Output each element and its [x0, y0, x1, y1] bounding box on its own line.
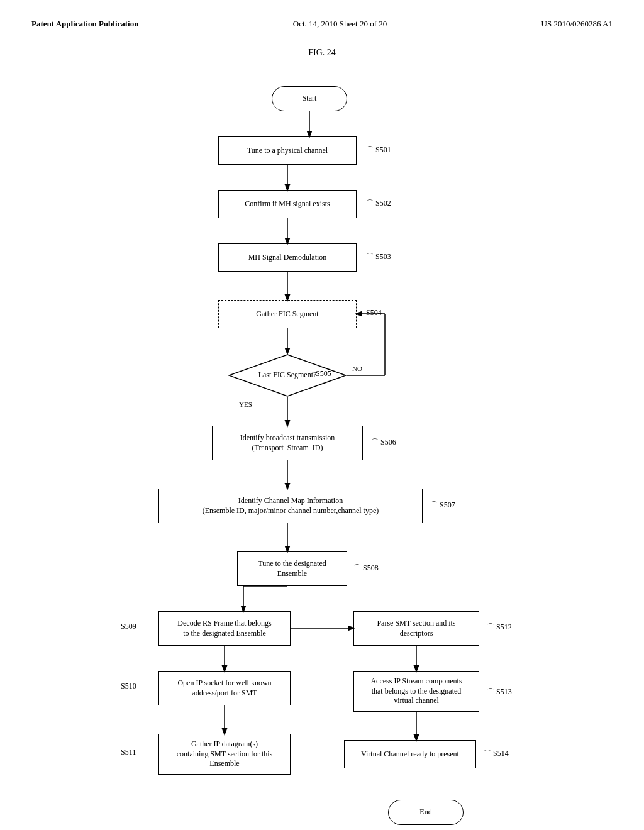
page: Patent Application Publication Oct. 14, …	[0, 0, 644, 830]
fig-title: FIG. 24	[31, 48, 613, 58]
flowchart: Start Tune to a physical channel ⌒ S501 …	[102, 74, 542, 765]
no-label: NO	[352, 365, 362, 372]
start-node: Start	[272, 86, 347, 111]
s507-node: Identify Channel Map Information (Ensemb…	[158, 489, 423, 523]
s514-node: Virtual Channel ready to present	[344, 740, 476, 768]
yes-label: YES	[239, 401, 252, 408]
header-left: Patent Application Publication	[31, 19, 138, 29]
s512-label: ⌒ S512	[487, 622, 512, 633]
s501-label: ⌒ S501	[366, 145, 391, 155]
header: Patent Application Publication Oct. 14, …	[31, 19, 613, 29]
s509-label: S509	[121, 622, 136, 631]
s512-node: Parse SMT section and its descriptors	[353, 611, 479, 646]
s513-node: Access IP Stream components that belongs…	[353, 671, 479, 712]
s513-label: ⌒ S513	[487, 687, 512, 697]
s507-label: ⌒ S507	[430, 500, 455, 511]
s506-node: Identify broadcast transmission (Transpo…	[212, 426, 363, 460]
s508-label: ⌒ S508	[353, 563, 379, 573]
s503-label: ⌒ S503	[366, 252, 391, 262]
s510-label: S510	[121, 682, 136, 691]
s506-label: ⌒ S506	[371, 437, 396, 448]
s509-node: Decode RS Frame that belongs to the desi…	[158, 611, 291, 646]
s514-label: ⌒ S514	[484, 748, 509, 759]
end-node: End	[388, 800, 464, 825]
s503-node: MH Signal Demodulation	[218, 243, 357, 272]
s502-label: ⌒ S502	[366, 198, 391, 209]
arrows-svg	[102, 74, 542, 765]
header-center: Oct. 14, 2010 Sheet 20 of 20	[293, 19, 387, 29]
s502-node: Confirm if MH signal exists	[218, 190, 357, 218]
s510-node: Open IP socket for well known address/po…	[158, 671, 291, 706]
s504-node: Gather FIC Segment	[218, 300, 357, 328]
s511-label: S511	[121, 748, 136, 757]
s511-node: Gather IP datagram(s) containing SMT sec…	[158, 734, 291, 775]
s504-label: S504	[366, 308, 382, 318]
header-right: US 2010/0260286 A1	[541, 19, 613, 29]
s508-node: Tune to the designated Ensemble	[237, 551, 347, 586]
s501-node: Tune to a physical channel	[218, 136, 357, 165]
